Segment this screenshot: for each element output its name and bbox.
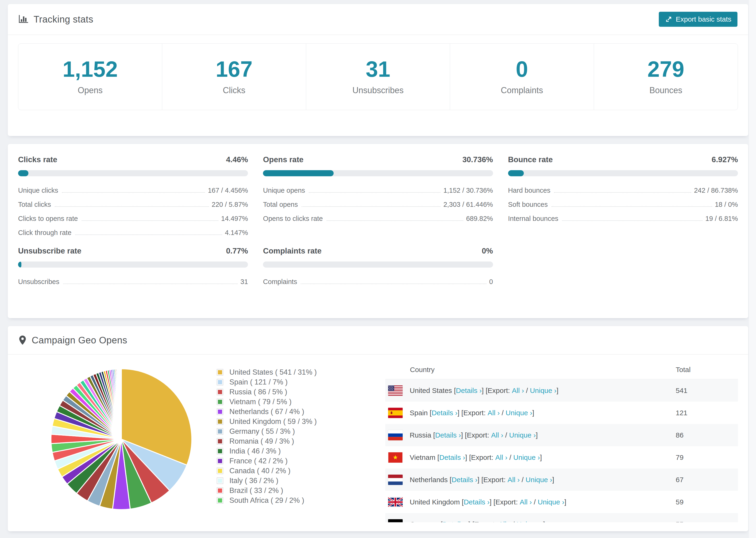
slash: / [524, 387, 530, 395]
country-cell: United States [Details ›] [Export: All ›… [385, 385, 676, 396]
rate-detail-value: 1,152 / 30.736% [443, 187, 493, 194]
export-unique-link[interactable]: Unique › [509, 431, 536, 439]
dotted-leader [309, 192, 441, 193]
stat-value: 31 [366, 58, 391, 80]
rate-detail-label: Internal bounces [508, 215, 558, 223]
rate-detail-row: Click through rate4.147% [18, 229, 248, 237]
bracket: ] [ [490, 498, 495, 506]
country-name: Spain [410, 409, 428, 417]
total-cell: 59 [676, 498, 738, 506]
legend-item: United States ( 541 / 31% ) [217, 367, 317, 377]
bracket: ] [565, 498, 566, 506]
legend-label: Brazil ( 33 / 2% ) [229, 486, 283, 495]
rate-detail-row: Unique clicks167 / 4.456% [18, 187, 248, 194]
rate-detail-rows: Hard bounces242 / 86.738%Soft bounces18 … [508, 187, 738, 223]
rate-progress-bar [263, 261, 493, 268]
country-cell: Russia [Details ›] [Export: All › / Uniq… [385, 430, 676, 440]
table-row: Netherlands [Details ›] [Export: All › /… [385, 468, 738, 491]
rate-section-header: Unsubscribe rate0.77% [18, 246, 248, 255]
legend-label: Canada ( 40 / 2% ) [229, 467, 291, 475]
export-unique-link[interactable]: Unique › [538, 498, 564, 506]
export-all-link[interactable]: All › [512, 387, 524, 395]
dotted-leader [327, 220, 463, 221]
export-all-link[interactable]: All › [488, 409, 500, 417]
bracket: ] [ [482, 387, 488, 395]
export-all-link[interactable]: All › [495, 454, 508, 461]
table-row: Vietnam [Details ›] [Export: All › / Uni… [385, 446, 738, 468]
tracking-stats-card: Tracking stats Export basic stats 1,152O… [8, 4, 748, 136]
rate-detail-value: 14.497% [221, 215, 248, 223]
export-all-link[interactable]: All › [491, 431, 503, 439]
export-button-label: Export basic stats [676, 15, 731, 23]
legend-swatch [217, 477, 223, 484]
details-link[interactable]: Details › [452, 476, 477, 484]
details-link[interactable]: Details › [435, 431, 461, 439]
details-link[interactable]: Details › [443, 520, 468, 522]
table-header-row: CountryTotal [385, 360, 738, 379]
rate-detail-value: 220 / 5.87% [212, 201, 248, 208]
export-all-link[interactable]: All › [508, 476, 520, 484]
legend-swatch [217, 399, 223, 405]
legend-swatch [217, 369, 223, 376]
legend-swatch [217, 487, 223, 494]
dotted-leader [302, 206, 441, 207]
rate-detail-value: 2,303 / 61.446% [443, 201, 493, 208]
rate-value: 0% [482, 246, 493, 255]
country-name: United States [410, 387, 452, 395]
rate-section-header: Bounce rate6.927% [508, 155, 738, 164]
geo-title: Campaign Geo Opens [32, 335, 127, 346]
rate-detail-row: Total clicks220 / 5.87% [18, 201, 248, 208]
export-all-link[interactable]: All › [499, 520, 511, 522]
country-cell: United Kingdom [Details ›] [Export: All … [385, 497, 676, 507]
geo-chart-area: United States ( 541 / 31% )Spain ( 121 /… [18, 360, 384, 522]
export-unique-link[interactable]: Unique › [526, 476, 552, 484]
export-label: Export: [495, 498, 519, 506]
column-header-total: Total [676, 366, 738, 374]
dotted-leader [554, 192, 691, 193]
rate-detail-value: 242 / 86.738% [694, 187, 738, 194]
rate-title: Bounce rate [508, 155, 553, 164]
bracket: ] [ [458, 409, 463, 417]
rate-section: Opens rate30.736%Unique opens1,152 / 30.… [263, 155, 493, 237]
rate-detail-rows: Complaints0 [263, 278, 493, 286]
stat-label: Unsubscribes [352, 85, 404, 95]
bracket: ] [536, 431, 538, 439]
export-unique-link[interactable]: Unique › [516, 520, 543, 522]
details-link[interactable]: Details › [439, 454, 465, 461]
details-link[interactable]: Details › [432, 409, 458, 417]
legend-swatch [217, 379, 223, 385]
slash: / [520, 476, 526, 484]
rates-grid: Clicks rate4.46%Unique clicks167 / 4.456… [8, 144, 748, 286]
rate-section: Complaints rate0%Complaints0 [263, 246, 493, 286]
country-name: United Kingdom [410, 498, 460, 506]
legend-swatch [217, 458, 223, 464]
table-row: United Kingdom [Details ›] [Export: All … [385, 491, 738, 513]
country-name: Russia [410, 431, 431, 439]
rate-section: Unsubscribe rate0.77%Unsubscribes31 [18, 246, 248, 286]
details-link[interactable]: Details › [464, 498, 490, 506]
campaign-geo-opens-card: Campaign Geo Opens United States ( 541 /… [8, 326, 748, 531]
legend-label: France ( 42 / 2% ) [229, 457, 288, 465]
page-scrollbar-gutter [749, 0, 756, 538]
table-row: Russia [Details ›] [Export: All › / Uniq… [385, 424, 738, 446]
legend-item: South Africa ( 29 / 2% ) [217, 496, 317, 506]
export-unique-link[interactable]: Unique › [513, 454, 540, 461]
dotted-leader [552, 206, 712, 207]
export-label: Export: [483, 476, 507, 484]
legend-item: Italy ( 36 / 2% ) [217, 476, 317, 486]
export-all-link[interactable]: All › [520, 498, 532, 506]
total-cell: 541 [676, 387, 738, 395]
rate-detail-label: Complaints [263, 278, 297, 286]
legend-item: Netherlands ( 67 / 4% ) [217, 407, 317, 417]
rate-progress-fill [263, 170, 334, 176]
geo-pie-chart [46, 364, 196, 514]
export-basic-stats-button[interactable]: Export basic stats [659, 12, 737, 27]
rates-card: Clicks rate4.46%Unique clicks167 / 4.456… [8, 144, 748, 318]
legend-label: Romania ( 49 / 3% ) [229, 437, 294, 446]
stat-value: 0 [516, 58, 528, 80]
export-unique-link[interactable]: Unique › [530, 387, 557, 395]
legend-swatch [217, 438, 223, 445]
geo-country-table: CountryTotalUnited States [Details ›] [E… [385, 360, 738, 522]
export-unique-link[interactable]: Unique › [506, 409, 532, 417]
details-link[interactable]: Details › [456, 387, 482, 395]
